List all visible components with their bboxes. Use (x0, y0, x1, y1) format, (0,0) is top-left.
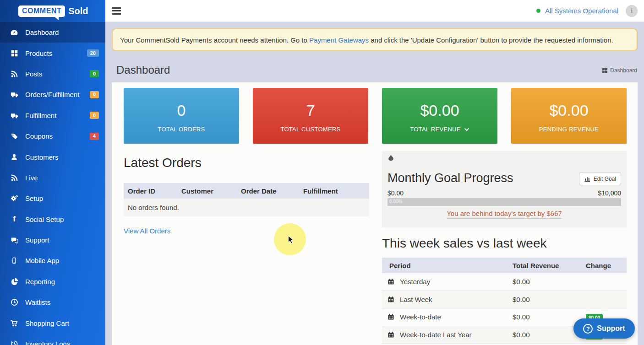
user-icon (9, 153, 19, 161)
sidebar-item-live[interactable]: Live (0, 167, 105, 188)
posts-count-badge: 0 (90, 70, 99, 77)
status-link[interactable]: All Systems Operational (545, 7, 618, 15)
total-revenue-label-text: TOTAL REVENUE (410, 126, 461, 133)
sidebar-item-social-setup[interactable]: Social Setup (0, 209, 105, 230)
column-fulfillment: Fulfillment (299, 187, 369, 195)
week-sales-title: This week sales vs last week (382, 236, 546, 251)
total-customers-value: 7 (306, 102, 315, 119)
system-status: All Systems Operational (536, 5, 638, 17)
sidebar-item-orders-fulfillment[interactable]: Orders/Fulfillment 0 (0, 84, 105, 105)
logo-sold-text: Sold (68, 6, 88, 16)
table-row-yesterday: Yesterday $0.00 (382, 273, 627, 291)
period-label: Week-to-date Last Year (400, 331, 472, 339)
sidebar-item-support[interactable]: Support (0, 230, 105, 250)
chevron-down-icon (464, 128, 469, 131)
pending-revenue-value: $0.00 (549, 102, 588, 119)
goal-min: $0.00 (387, 189, 404, 197)
table-row-last-week: Last Week $0.00 (382, 291, 627, 309)
total-revenue-card[interactable]: $0.00 TOTAL REVENUE (382, 88, 497, 144)
status-dot-icon (536, 9, 540, 13)
sidebar-item-label: Products (25, 49, 87, 57)
alert-text-after: and click the 'Update Configuration' but… (369, 36, 613, 44)
sidebar-item-label: Shopping Cart (25, 319, 99, 327)
mouse-cursor (287, 235, 296, 245)
rss-icon (9, 70, 19, 78)
sidebar-item-setup[interactable]: Setup (0, 188, 105, 209)
sidebar-item-label: Mobile App (25, 257, 99, 264)
goal-progress-bar: 0.00% (387, 198, 621, 206)
stat-cards-row: 0 TOTAL ORDERS 7 TOTAL CUSTOMERS $0.00 T… (124, 88, 627, 144)
column-customer: Customer (177, 187, 237, 195)
sidebar-item-label: Social Setup (25, 216, 99, 223)
calendar-icon (387, 278, 394, 285)
gauge-icon (9, 28, 19, 37)
no-orders-message: No orders found. (124, 199, 369, 216)
sidebar-item-reporting[interactable]: Reporting (0, 271, 105, 292)
broadcast-icon (9, 173, 19, 182)
week-sales-header: Period Total Revenue Change (382, 258, 627, 273)
truck-icon (9, 111, 19, 119)
sidebar-item-products[interactable]: Products 20 (0, 43, 105, 63)
logo-comment-text: COMMENT (22, 7, 61, 15)
support-button-label: Support (597, 324, 625, 333)
gears-icon (9, 194, 19, 203)
breadcrumb-label: Dashboard (610, 67, 637, 74)
column-change: Change (586, 262, 627, 270)
edit-goal-label: Edit Goal (594, 176, 616, 182)
info-icon[interactable] (626, 5, 638, 17)
sidebar-item-label: Posts (25, 70, 90, 78)
total-customers-card: 7 TOTAL CUSTOMERS (253, 88, 368, 144)
sidebar-item-shopping-cart[interactable]: Shopping Cart (0, 313, 105, 333)
sidebar-item-label: Inventory Logs (25, 340, 99, 345)
latest-orders-title: Latest Orders (124, 156, 202, 170)
sidebar-nav: Dashboard Products 20 Posts 0 Orders/Ful… (0, 22, 105, 345)
brand-logo[interactable]: COMMENT Sold (0, 0, 105, 22)
mobile-icon (9, 257, 19, 265)
sidebar-item-label: Waitlists (25, 298, 99, 306)
sidebar-item-label: Support (25, 236, 99, 244)
bar-chart-icon (584, 175, 591, 182)
sidebar-item-waitlists[interactable]: Waitlists (0, 292, 105, 313)
content-panel: 0 TOTAL ORDERS 7 TOTAL CUSTOMERS $0.00 T… (112, 82, 638, 345)
clock-icon (9, 298, 19, 307)
total-orders-value: 0 (177, 102, 186, 119)
facebook-icon (9, 215, 19, 223)
pending-revenue-card: $0.00 PENDING REVENUE (511, 88, 627, 144)
goal-warning: You are behind today's target by $667 (387, 210, 621, 218)
sidebar-item-coupons[interactable]: Coupons 4 (0, 126, 105, 146)
main-content: Your CommentSold Payments account needs … (105, 22, 644, 345)
sidebar-item-label: Customers (25, 153, 99, 161)
products-count-badge: 20 (87, 49, 99, 57)
support-button[interactable]: Support (573, 318, 635, 339)
sidebar-item-inventory-logs[interactable]: Inventory Logs (0, 334, 105, 345)
sidebar-item-label: Coupons (25, 132, 90, 140)
total-revenue-value: $0.00 (420, 102, 459, 119)
sidebar-item-fulfillment[interactable]: Fulfillment 0 (0, 105, 105, 126)
sidebar-item-label: Setup (25, 194, 99, 202)
column-order-date: Order Date (237, 187, 299, 195)
topbar: All Systems Operational (105, 0, 644, 22)
click-highlight (274, 223, 306, 255)
sidebar-item-customers[interactable]: Customers (0, 146, 105, 167)
total-orders-label: TOTAL ORDERS (158, 126, 205, 133)
fulfillment-count-badge: 0 (90, 112, 99, 119)
revenue-value: $0.00 (513, 296, 586, 303)
sidebar-item-mobile-app[interactable]: Mobile App (0, 250, 105, 271)
sidebar-item-posts[interactable]: Posts 0 (0, 64, 105, 84)
cart-icon (9, 319, 19, 327)
question-icon (583, 324, 593, 334)
payments-alert-banner: Your CommentSold Payments account needs … (112, 28, 638, 51)
payment-gateways-link[interactable]: Payment Gateways (309, 36, 369, 44)
goal-warning-text: You are behind today's target by $667 (447, 210, 562, 219)
sidebar-item-dashboard[interactable]: Dashboard (0, 22, 105, 43)
grid-icon (9, 49, 19, 57)
history-icon (9, 340, 19, 345)
latest-orders-header: Order ID Customer Order Date Fulfillment (124, 183, 369, 199)
sidebar-item-label: Dashboard (25, 28, 99, 36)
hamburger-menu-icon[interactable] (112, 7, 121, 15)
coupons-count-badge: 4 (90, 133, 99, 140)
edit-goal-button[interactable]: Edit Goal (579, 172, 621, 185)
period-label: Yesterday (400, 278, 430, 286)
view-all-orders-link[interactable]: View All Orders (124, 227, 170, 235)
pie-chart-icon (9, 277, 19, 286)
